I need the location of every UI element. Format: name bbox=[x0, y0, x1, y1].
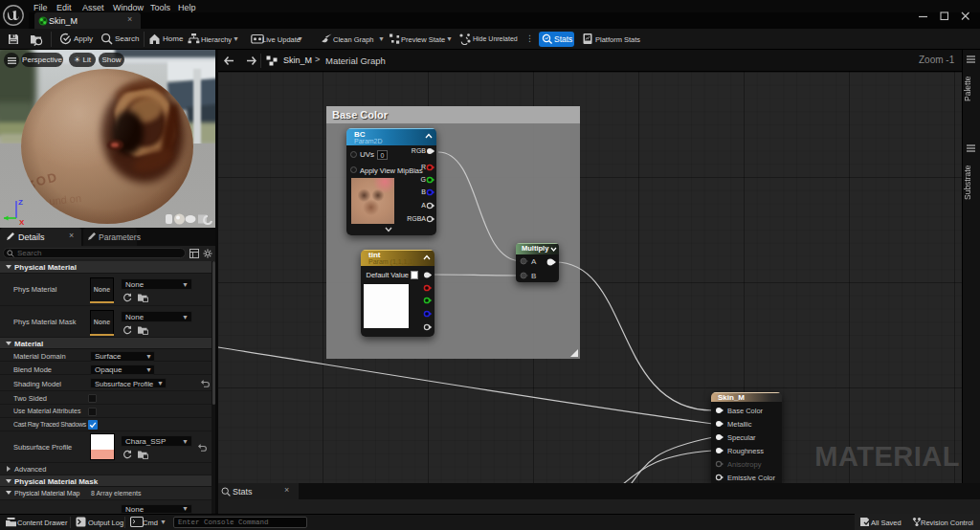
svg-text:Z: Z bbox=[18, 198, 23, 207]
svg-text:X: X bbox=[19, 218, 25, 226]
